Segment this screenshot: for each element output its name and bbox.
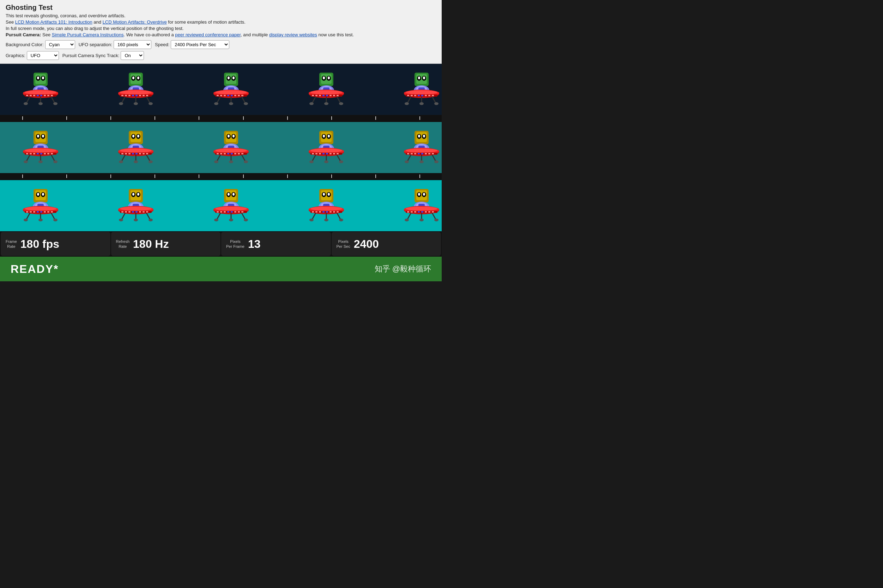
stat-pixels-per-frame-value: 13 [248,238,261,250]
svg-line-131 [432,97,436,103]
svg-rect-97 [322,95,325,96]
svg-line-399 [217,213,221,219]
ufo-sprite [307,188,346,224]
band-cyan-dark [0,122,442,173]
page-title: Ghosting Test [6,3,436,12]
ufo-separation-select[interactable]: 80 pixels 160 pixels 240 pixels 320 pixe… [114,40,151,49]
tick9 [375,116,376,120]
svg-rect-393 [224,211,226,213]
svg-point-24 [53,102,57,105]
svg-point-346 [24,219,28,221]
svg-rect-18 [44,95,46,96]
svg-point-113 [423,76,425,80]
svg-rect-446 [411,211,413,213]
svg-point-38 [120,90,152,94]
link-conference-paper[interactable]: peer reviewed conference paper [175,32,241,38]
svg-rect-127 [428,95,430,96]
svg-rect-70 [227,95,229,96]
svg-rect-339 [33,211,35,213]
svg-point-382 [227,193,230,196]
svg-rect-101 [337,95,338,96]
svg-line-264 [312,155,316,161]
svg-point-186 [53,160,57,163]
animation-area [0,64,442,231]
ufo-sprite [307,130,346,165]
svg-rect-203 [125,153,127,154]
svg-point-11 [25,90,56,94]
svg-point-78 [244,102,248,105]
svg-rect-123 [414,95,416,96]
svg-point-76 [214,102,218,105]
svg-rect-283 [407,153,409,154]
svg-rect-14 [30,95,32,96]
svg-point-356 [137,193,139,196]
svg-point-375 [149,219,153,221]
svg-point-86 [328,76,330,80]
svg-point-112 [418,76,420,80]
link-pursuit-instructions[interactable]: Simple Pursuit Camera Instructions [52,32,124,38]
tick13 [110,174,111,178]
svg-rect-452 [432,211,434,213]
svg-rect-368 [135,211,138,213]
stat-refresh-rate: Refresh Rate 180 Hz [111,232,221,256]
svg-rect-261 [329,153,332,154]
svg-point-248 [328,135,330,138]
svg-rect-206 [135,153,138,154]
svg-point-355 [132,193,134,196]
svg-point-416 [310,207,342,211]
svg-line-50 [146,97,150,103]
svg-point-26 [38,102,43,105]
svg-point-240 [244,160,248,163]
svg-point-454 [405,219,409,221]
svg-point-188 [38,160,43,163]
pursuit-sync-select[interactable]: On Off [121,51,144,60]
svg-point-134 [420,102,424,105]
svg-rect-448 [418,211,420,213]
svg-rect-177 [33,153,35,154]
svg-rect-98 [326,95,328,96]
svg-line-21 [27,97,30,103]
svg-rect-288 [425,153,427,154]
svg-line-347 [51,213,55,219]
svg-rect-231 [224,153,226,154]
svg-point-275 [423,135,425,138]
svg-point-456 [434,219,439,221]
svg-point-362 [120,207,152,211]
svg-point-427 [309,219,314,221]
svg-line-374 [146,213,150,219]
svg-line-104 [337,97,340,103]
svg-point-220 [227,135,230,138]
pursuit-sync-control: Pursuit Camera Sync Track: On Off [62,51,144,60]
svg-line-401 [242,213,245,219]
svg-rect-235 [238,153,240,154]
svg-point-267 [339,160,343,163]
graphics-select[interactable]: UFO Solid Texture [27,51,59,60]
svg-line-129 [408,97,411,103]
svg-rect-337 [26,211,28,213]
tick2 [66,116,67,120]
svg-rect-15 [33,95,35,96]
ufo-sprite [116,188,155,224]
stat-refresh-rate-label: Refresh Rate [116,239,130,249]
svg-point-53 [134,102,138,105]
svg-rect-74 [241,95,244,96]
svg-rect-450 [425,211,427,213]
svg-rect-342 [44,211,46,213]
pursuit-label: Pursuit Camera: [6,32,41,38]
bg-color-select[interactable]: Cyan Black White Red Green Blue [45,40,75,49]
link-display-review[interactable]: display review websites [269,32,317,38]
svg-rect-44 [135,95,138,96]
ready-bar: READY* 知乎 @毅种循环 [0,256,442,281]
svg-point-173 [25,148,56,153]
link-lcd-overdrive[interactable]: LCD Motion Artifacts: Overdrive [103,20,167,25]
speed-select[interactable]: 960 Pixels Per Sec 1920 Pixels Per Sec 2… [171,40,229,49]
svg-rect-418 [312,211,314,213]
tick6 [243,116,244,120]
link-lcd-intro[interactable]: LCD Motion Artifacts 101: Introduction [15,20,92,25]
graphics-control: Graphics: UFO Solid Texture [6,51,59,60]
svg-rect-232 [227,153,229,154]
svg-point-65 [215,90,247,94]
svg-rect-365 [125,211,127,213]
svg-point-328 [37,193,39,196]
ufo-separation-control: UFO separation: 80 pixels 160 pixels 240… [79,40,151,49]
